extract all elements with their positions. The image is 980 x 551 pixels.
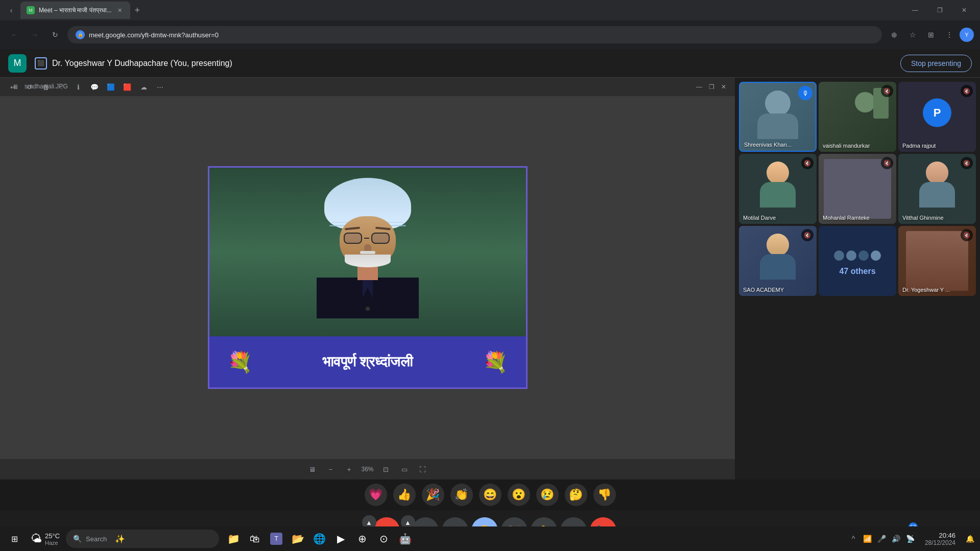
- browser-chrome: ‹ M Meet – भारताचे माजी पंतप्रधा... ✕ + …: [0, 0, 980, 49]
- participant-tile-motilal[interactable]: 🔇 Motilal Darve: [739, 154, 817, 224]
- address-bar-row: ← → ↻ 🔒 meet.google.com/yft-dmtw-mnk?aut…: [0, 20, 980, 49]
- slide-container: 💐 भावपूर्ण श्रध्दांजली 💐: [0, 96, 735, 459]
- flower-left: 💐: [220, 341, 260, 382]
- taskbar-icons: 📁 🛍 T 📂 🌐 ▶ ⊕ ⊙ 🤖: [223, 529, 415, 549]
- presentation-area: ↩ ↺ 🗑 ♡ ℹ 💬 🟦 🟥 ☁ ⋯ — ❐ ✕ 🖥 sradhanjali.…: [0, 78, 735, 479]
- participant-tile-sao[interactable]: 🔇 SAO ACADEMY: [739, 226, 817, 296]
- tray-notification[interactable]: 🔔: [964, 533, 976, 545]
- forward-button[interactable]: →: [27, 27, 43, 43]
- comment-tool[interactable]: 💬: [88, 80, 101, 94]
- close-button[interactable]: ✕: [952, 2, 976, 18]
- tray-mic[interactable]: 🎤: [876, 533, 888, 545]
- rect-btn[interactable]: ▭: [398, 463, 411, 475]
- extension-icon[interactable]: ⊞: [923, 27, 939, 43]
- weather-info: 25°C Haze: [45, 532, 60, 546]
- participant-tile-shreenivas[interactable]: 🎙 Shreenivas Khan...: [739, 82, 817, 152]
- slide-minimize[interactable]: —: [694, 82, 704, 92]
- start-button[interactable]: ⊞: [4, 529, 25, 549]
- weather-temp: 25°C: [45, 532, 60, 540]
- translate-icon[interactable]: ⊕: [886, 27, 902, 43]
- tab-item-meet[interactable]: M Meet – भारताचे माजी पंतप्रधा... ✕: [20, 2, 130, 19]
- back-button[interactable]: ←: [6, 27, 22, 43]
- taskbar-edge[interactable]: 🌐: [309, 529, 329, 549]
- display-icon[interactable]: 🖥: [306, 463, 318, 475]
- window-controls: — ❐ ✕: [903, 2, 976, 18]
- sys-tray: ^ 📶 🎤 🔊 📡: [847, 533, 917, 545]
- profile-button[interactable]: Y: [960, 28, 974, 42]
- slide-frame: 💐 भावपूर्ण श्रध्दांजली 💐: [208, 166, 528, 389]
- slide-file-name: sradhanjali.JPG: [25, 83, 68, 90]
- tab-close-button[interactable]: ✕: [116, 6, 124, 14]
- emoji-think[interactable]: 🤔: [565, 484, 587, 506]
- taskbar-fileexplorer[interactable]: 📁: [223, 529, 244, 549]
- emoji-laugh[interactable]: 😄: [479, 484, 501, 506]
- clock[interactable]: 20:46 28/12/2024: [921, 532, 960, 546]
- taskbar-search[interactable]: 🔍 Search ✨: [66, 530, 219, 548]
- mute-icon-vaishali: 🔇: [881, 85, 893, 97]
- taskbar-copilot[interactable]: 🤖: [395, 529, 415, 549]
- caption-text: भावपूर्ण श्रध्दांजली: [260, 354, 475, 371]
- participant-tile-others[interactable]: 47 others: [819, 226, 896, 296]
- slide-bottom-bar: 🖥 − + 36% ⊡ ▭ ⛶: [0, 459, 735, 479]
- new-tab-button[interactable]: +: [130, 3, 145, 17]
- weather-icon: 🌤: [31, 532, 42, 545]
- taskbar-teams[interactable]: T: [266, 529, 286, 549]
- tray-chevron[interactable]: ^: [847, 533, 859, 545]
- color-tool-2[interactable]: 🟥: [121, 80, 134, 94]
- info-tool[interactable]: ℹ: [71, 80, 85, 94]
- participants-grid: 🎙 Shreenivas Khan... 🔇 vaishali mandurka…: [739, 82, 976, 296]
- emoji-sad[interactable]: 😢: [536, 484, 559, 506]
- cloud-tool[interactable]: ☁: [137, 80, 150, 94]
- color-tool-1[interactable]: 🟦: [104, 80, 117, 94]
- participant-name-padma: Padma rajput: [902, 143, 936, 149]
- emoji-wow[interactable]: 😮: [508, 484, 530, 506]
- minimize-button[interactable]: —: [903, 2, 927, 18]
- participant-tile-padma[interactable]: P 🔇 Padma rajput: [898, 82, 976, 152]
- fullscreen-btn[interactable]: ⛶: [417, 463, 429, 475]
- reload-button[interactable]: ↻: [47, 27, 63, 43]
- taskbar-store[interactable]: 🛍: [245, 529, 265, 549]
- participant-name-mohanlal: Mohanlal Ramteke: [823, 215, 870, 221]
- more-tools[interactable]: ⋯: [153, 80, 166, 94]
- emoji-thumbsup[interactable]: 👍: [393, 484, 416, 506]
- mute-icon-vitthal: 🔇: [961, 157, 973, 169]
- participant-name-yogeshwar: Dr. Yogeshwar Y ...: [902, 287, 950, 293]
- address-bar[interactable]: 🔒 meet.google.com/yft-dmtw-mnk?authuser=…: [67, 26, 882, 43]
- participant-tile-vaishali[interactable]: 🔇 vaishali mandurkar: [819, 82, 896, 152]
- browser-actions: ⊕ ☆ ⊞ ⋮ Y: [886, 27, 974, 43]
- participant-tile-yogeshwar[interactable]: 🔇 Dr. Yogeshwar Y ...: [898, 226, 976, 296]
- emoji-thumbsdown[interactable]: 👎: [593, 484, 616, 506]
- tray-network[interactable]: 📶: [862, 533, 874, 545]
- tray-volume[interactable]: 🔊: [890, 533, 902, 545]
- stop-presenting-button[interactable]: Stop presenting: [900, 55, 972, 72]
- secure-icon: 🔒: [76, 30, 85, 39]
- taskbar-openai[interactable]: ⊕: [352, 529, 372, 549]
- tray-wifi[interactable]: 📡: [904, 533, 917, 545]
- search-sparkle-icon: ✨: [115, 534, 125, 544]
- participant-tile-mohanlal[interactable]: 🔇 Mohanlal Ramteke: [819, 154, 896, 224]
- slide-close[interactable]: ✕: [719, 82, 729, 92]
- meet-app: M ⬛ Dr. Yogeshwar Y Dudhapachare (You, p…: [0, 49, 980, 551]
- presenting-icon: ⬛: [35, 57, 47, 70]
- slide-restore[interactable]: ❐: [706, 82, 716, 92]
- main-content: ↩ ↺ 🗑 ♡ ℹ 💬 🟦 🟥 ☁ ⋯ — ❐ ✕ 🖥 sradhanjali.…: [0, 78, 980, 479]
- zoom-out-btn[interactable]: −: [324, 463, 337, 475]
- emoji-clap[interactable]: 👏: [450, 484, 473, 506]
- taskbar-youtube[interactable]: ▶: [330, 529, 351, 549]
- weather-widget[interactable]: 🌤 25°C Haze: [27, 529, 64, 549]
- zoom-in-btn[interactable]: +: [343, 463, 355, 475]
- restore-button[interactable]: ❐: [928, 2, 951, 18]
- fit-btn[interactable]: ⊡: [380, 463, 392, 475]
- emoji-confetti[interactable]: 🎉: [422, 484, 444, 506]
- participant-tile-vitthal[interactable]: 🔇 Vitthal Ghinmine: [898, 154, 976, 224]
- more-icon[interactable]: ⋮: [941, 27, 958, 43]
- taskbar-explorer2[interactable]: 📂: [288, 529, 308, 549]
- participant-name-vitthal: Vitthal Ghinmine: [902, 215, 944, 221]
- mute-icon-padma: 🔇: [961, 85, 973, 97]
- emoji-heart[interactable]: 💗: [365, 484, 387, 506]
- bookmark-icon[interactable]: ☆: [904, 27, 921, 43]
- taskbar-chrome[interactable]: ⊙: [373, 529, 394, 549]
- tab-prev-button[interactable]: ‹: [4, 3, 18, 17]
- search-placeholder: Search: [86, 535, 107, 543]
- participant-name-sao: SAO ACADEMY: [743, 287, 784, 293]
